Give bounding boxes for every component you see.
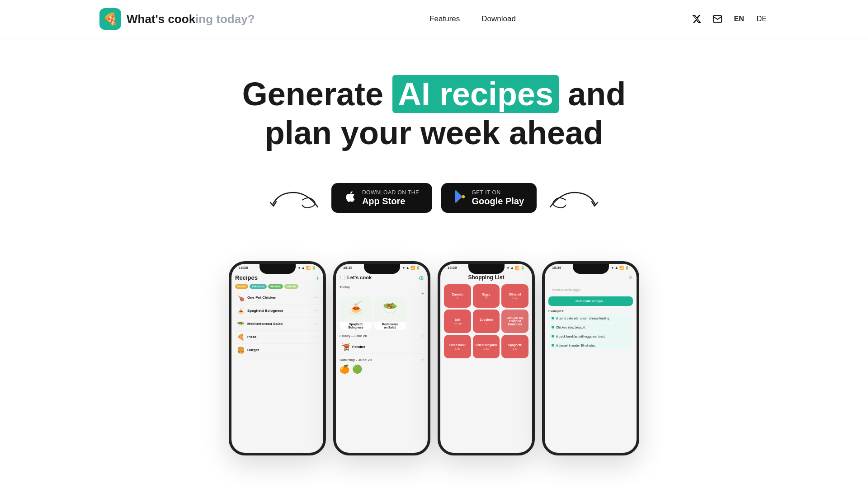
apple-icon	[344, 190, 357, 205]
recipe-emoji: 🥗	[237, 320, 245, 328]
recipes-header: Recipes +	[235, 274, 320, 282]
recipe-name: Pizza	[247, 335, 311, 339]
generate-recipe-button[interactable]: Generate recipe...	[548, 296, 633, 306]
recipe-dots: ···	[314, 308, 318, 313]
mealplan-header: 🍽️ Let's cook ⊕	[340, 274, 424, 282]
meal-label: SpaghettiBolognese	[340, 322, 372, 330]
hero-section: Generate AI recipes and plan your week a…	[0, 38, 868, 243]
phone-mealplan: 15:38 ● ▲ 📶 🔋 🍽️ Let's cook ⊕ Today + 🍝 …	[333, 261, 430, 455]
phone-screen-3: Shopping List Carrots 1 Eggs 2 Olive oil…	[440, 270, 532, 455]
lang-de-button[interactable]: DE	[755, 14, 769, 24]
recipe-item[interactable]: 🍔 Burger ···	[235, 344, 320, 357]
recipe-name: Mediterranean Salad	[247, 322, 311, 326]
phone-notch-4	[573, 264, 609, 274]
recipe-emoji: 🍗	[237, 294, 245, 301]
example-text: A carrot cake with cream cheese frosting…	[556, 317, 610, 320]
twitter-icon[interactable]	[691, 13, 703, 25]
meal-card[interactable]: 🥗 Mediterranean Salad	[374, 297, 406, 330]
meal-emoji: 🥗	[383, 301, 397, 315]
nav-download-link[interactable]: Download	[481, 14, 516, 23]
item-count: 1 tbl	[455, 347, 460, 350]
item-count: 1	[457, 297, 458, 300]
tag-vegan: VEGAN	[284, 284, 298, 289]
shopping-grid: Carrots 1 Eggs 2 Olive oil 1 tsp Salt 1/…	[444, 284, 528, 358]
example-dot	[552, 326, 554, 328]
logo-icon: 🍕	[99, 8, 121, 30]
shopping-item-eggs[interactable]: Eggs 2	[473, 284, 500, 308]
phone-notch-2	[364, 264, 400, 274]
shopping-item-carrots[interactable]: Carrots 1	[444, 284, 471, 308]
example-dot	[552, 335, 554, 338]
recipe-dots: ···	[314, 347, 318, 352]
item-count: 1/2 tsp	[453, 322, 462, 325]
nav-features-link[interactable]: Features	[429, 14, 460, 23]
shopping-item-oregano[interactable]: Dried oregano 1 tsp	[473, 335, 500, 358]
deco-arrow-left	[259, 180, 322, 216]
shopping-item-oliveoil[interactable]: Olive oil 1 tsp	[501, 284, 528, 308]
phone-screen-1: Recipes + PASTA CHICKEN VEGGIE VEGAN 🍗 O…	[231, 270, 323, 455]
tag-chicken: CHICKEN	[250, 284, 266, 289]
meal-single-fondue[interactable]: 🫕 Fondue	[340, 340, 424, 354]
item-count: 1 tsp	[512, 297, 518, 300]
recipe-name: One-Pot Chicken	[247, 296, 311, 300]
shopping-item-tomatoes[interactable]: Can (28 oz) crushed tomatoes	[501, 310, 528, 333]
recipe-emoji: 🍕	[237, 333, 245, 341]
recipes-tags: PASTA CHICKEN VEGGIE VEGAN	[235, 284, 320, 289]
shopping-item-spaghetti[interactable]: Spaghetti 1 lb	[501, 335, 528, 358]
recipe-dots: ···	[314, 295, 318, 300]
recipe-item[interactable]: 🥗 Mediterranean Salad ···	[235, 318, 320, 331]
googleplay-button[interactable]: GET IT ON Google Play	[441, 183, 537, 213]
item-name: Spaghetti	[508, 343, 522, 347]
meal-card[interactable]: 🍝 SpaghettiBolognese	[340, 297, 372, 330]
nav-right: EN DE	[691, 13, 769, 25]
googleplay-icon	[454, 190, 467, 205]
item-count: 1 tsp	[483, 347, 489, 350]
cta-container: Download on the App Store GET IT ON Goog…	[259, 180, 609, 216]
item-name: Olive oil	[509, 293, 521, 296]
recipe-dots: ···	[314, 334, 318, 339]
googleplay-text: GET IT ON Google Play	[472, 189, 524, 206]
appstore-text: Download on the App Store	[362, 189, 420, 206]
phone-screen-4: ✕ carrot,zucchini,eggs Generate recipe..…	[545, 270, 637, 455]
email-icon[interactable]	[712, 13, 723, 25]
item-count: 1 lb	[513, 347, 517, 350]
example-item[interactable]: A dessert in under 30 minutes.	[548, 342, 633, 349]
shopping-item-zucchini[interactable]: Zucchini 1	[473, 310, 500, 333]
recipe-dots: ···	[314, 321, 318, 326]
mealplan-title: 🍽️ Let's cook	[340, 275, 372, 281]
item-name: Zucchini	[480, 318, 493, 321]
deco-arrow-right	[546, 180, 609, 216]
recipe-name: Burger	[247, 348, 311, 352]
meal-section-saturday: Saturday - June 29	[340, 358, 372, 362]
nav-links: Features Download	[429, 14, 516, 23]
phone-ai-generate: 15:39 ● ▲ 📶 🔋 ✕ carrot,zucchini,eggs Gen…	[542, 261, 639, 455]
logo[interactable]: 🍕 What's cooking today?	[99, 8, 255, 30]
recipe-item[interactable]: 🍝 Spaghetti Bolognese ···	[235, 305, 320, 318]
example-item[interactable]: A quick breakfast with eggs and toast.	[548, 333, 633, 340]
example-item[interactable]: Chicken, rice, broccoli.	[548, 324, 633, 331]
shopping-item-salt[interactable]: Salt 1/2 tsp	[444, 310, 471, 333]
phone-screen-2: 🍽️ Let's cook ⊕ Today + 🍝 SpaghettiBolog…	[336, 270, 428, 455]
tag-veggie: VEGGIE	[268, 284, 283, 289]
ai-input-field[interactable]: carrot,zucchini,eggs	[548, 286, 633, 294]
lang-en-button[interactable]: EN	[732, 14, 746, 24]
phone-notch-3	[468, 264, 505, 274]
recipe-emoji: 🍝	[237, 307, 245, 314]
example-text: Chicken, rice, broccoli.	[556, 326, 585, 329]
example-item[interactable]: A carrot cake with cream cheese frosting…	[548, 314, 633, 322]
appstore-button[interactable]: Download on the App Store	[331, 183, 432, 213]
shopping-title: Shopping List	[444, 274, 528, 281]
logo-text: What's cooking today?	[127, 12, 255, 26]
meal-cards-row: 🍝 SpaghettiBolognese 🥗 Mediterranean Sal…	[340, 297, 424, 330]
meal-emoji: 🍝	[349, 301, 363, 315]
item-count: 2	[486, 297, 487, 300]
phone-recipes: 15:38 ● ▲ 📶 🔋 Recipes + PASTA CHICKEN VE…	[229, 261, 326, 455]
recipe-item[interactable]: 🍗 One-Pot Chicken ···	[235, 291, 320, 305]
recipe-emoji: 🍔	[237, 347, 245, 354]
shopping-item-basil[interactable]: Dried basil 1 tbl	[444, 335, 471, 358]
item-name: Dried oregano	[476, 343, 497, 347]
meal-label: Mediterranean Salad	[374, 322, 406, 330]
recipe-item[interactable]: 🍕 Pizza ···	[235, 331, 320, 344]
meal-section-today: Today	[340, 285, 424, 289]
phones-section: 15:38 ● ▲ 📶 🔋 Recipes + PASTA CHICKEN VE…	[0, 243, 868, 455]
